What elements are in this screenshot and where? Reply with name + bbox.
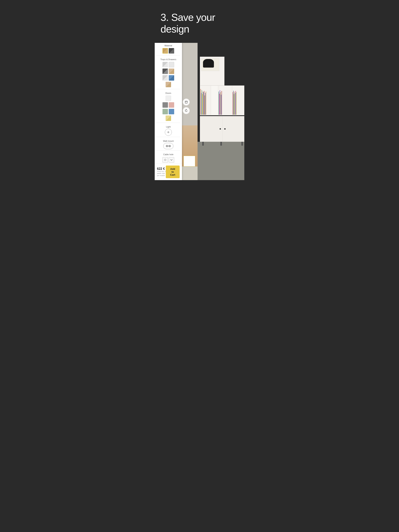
svg-point-1 [168,133,168,133]
shelf-leg-3 [241,142,243,146]
door-knob-right [224,128,225,130]
material-swatch-dark[interactable] [169,48,174,54]
tray-swatch-3[interactable] [162,69,168,74]
tray-row-2 [155,68,182,75]
svg-rect-4 [169,145,170,147]
door-swatch-green[interactable] [162,109,168,114]
shelf-compartment-2-empty [211,86,218,115]
cable-hole-controls [155,156,182,163]
price-note: *Price incl. 2 plastic clips per module [157,171,166,177]
cable-hole-dropdown-btn[interactable] [169,157,174,163]
add-to-cart-button[interactable]: Add to Cart [166,165,180,178]
shelf-compartment-1 [200,86,211,115]
tray-swatch-1[interactable] [162,62,168,67]
light-icon [167,131,170,133]
dark-floor [198,142,244,180]
divider-4 [156,137,180,137]
delete-button[interactable] [183,99,190,106]
black-device [234,61,244,73]
shelf-compartment-3 [218,86,232,115]
door-right [223,116,244,141]
chevron-down-icon [170,159,173,161]
bookshelf-container [200,57,244,142]
door-row-1 [155,95,182,102]
furniture-preview [184,156,195,166]
room-wall-left [182,43,198,132]
shelf-compartment-4 [232,86,244,115]
record-shelf-upper [200,85,244,115]
doors-section-title: Doors [155,90,182,95]
svg-rect-3 [167,145,167,147]
scene-inner [198,43,244,180]
tray-row-4 [155,81,182,88]
tray-swatch-6[interactable] [169,75,174,81]
tray-swatch-4[interactable] [169,69,174,74]
page-container: 3. Save your design Material Trays & Dra… [155,0,244,180]
door-section [200,116,244,142]
door-left [200,116,223,141]
price-value: 622 € [157,167,166,171]
config-panel: Material Trays & Drawers [155,43,182,180]
door-knob-left [219,128,221,130]
records-1 [200,89,206,115]
scene-right [198,43,244,180]
light-toggle-button[interactable] [165,129,172,136]
door-swatch-pink[interactable] [169,102,174,108]
cable-hole-section-title: Cable hole [155,152,182,156]
ui-scene-section: Material Trays & Drawers [155,43,244,180]
door-swatch-white[interactable] [166,96,171,101]
svg-point-5 [164,159,166,161]
price-section: 622 € *Price incl. 2 plastic clips per m… [157,167,166,177]
door-swatch-gray[interactable] [162,102,168,108]
bottom-bar: 622 € *Price incl. 2 plastic clips per m… [155,163,182,180]
divider-5 [156,150,180,151]
refresh-button[interactable] [183,107,190,114]
svg-point-0 [168,132,169,133]
top-section: 3. Save your design [155,0,244,43]
trash-icon [185,101,188,104]
wall-mount-button[interactable] [163,143,174,149]
floating-icons-container [182,98,191,115]
material-section-title: Material [155,43,182,48]
door-swatch-yellow[interactable] [166,115,171,121]
tray-row-1 [155,61,182,68]
records-3 [219,89,222,115]
divider-1 [156,55,180,56]
wall-mount-icon [166,144,171,148]
tray-swatch-7[interactable] [166,82,171,87]
material-swatch-wood[interactable] [162,48,168,54]
trays-section-title: Trays & Drawers [155,57,182,61]
door-row-4 [155,115,182,121]
material-swatches [155,48,182,54]
top-box [200,57,225,86]
divider-3 [156,123,180,123]
shelf-leg-1 [202,142,204,146]
svg-rect-6 [185,101,187,103]
page-heading: 3. Save your design [161,12,238,35]
door-row-2 [155,102,182,108]
divider-2 [156,89,180,89]
tray-swatch-2[interactable] [169,62,174,67]
shelf-leg-2 [220,142,222,146]
cable-hole-option-box[interactable] [162,157,168,163]
hat-on-shelf [203,59,214,68]
cable-hole-icon [164,158,167,161]
records-4 [233,89,237,115]
tray-row-3 [155,75,182,81]
wall-mount-section-title: Wall mount [155,138,182,143]
door-swatch-blue[interactable] [169,109,174,114]
refresh-icon [185,109,188,112]
door-row-3 [155,108,182,115]
light-section-title: Light [155,124,182,129]
room-preview-left [182,43,198,180]
tray-swatch-5[interactable] [162,75,168,81]
